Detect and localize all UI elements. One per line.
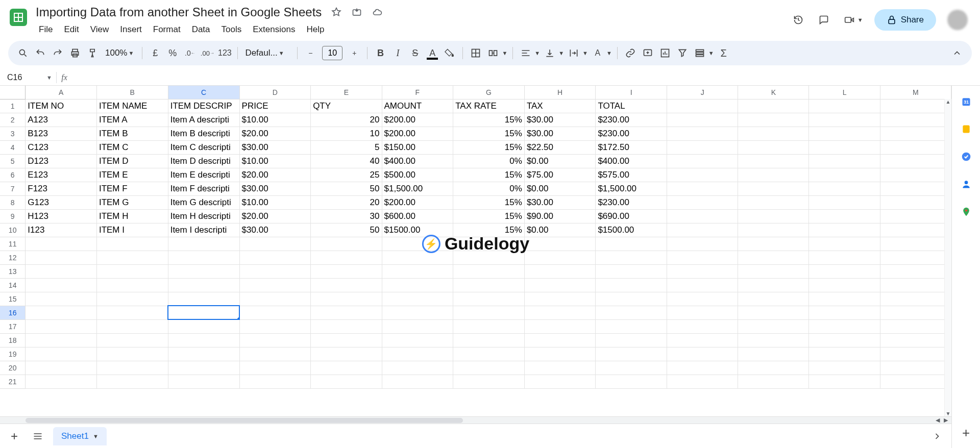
cell-L10[interactable]: [809, 223, 880, 237]
cell-C20[interactable]: [168, 361, 239, 375]
cell-E20[interactable]: [311, 361, 382, 375]
cell-I7[interactable]: $1,500.00: [596, 182, 667, 195]
menu-insert[interactable]: Insert: [115, 22, 147, 37]
col-header-B[interactable]: B: [96, 86, 168, 99]
cell-H1[interactable]: TAX: [524, 99, 596, 113]
tasks-icon[interactable]: [960, 150, 973, 163]
add-sheet-button[interactable]: +: [6, 428, 22, 444]
cell-A14[interactable]: [26, 278, 97, 292]
cell-K11[interactable]: [738, 237, 809, 251]
cell-B21[interactable]: [96, 375, 168, 388]
horizontal-align-button[interactable]: ▼: [518, 45, 540, 61]
borders-button[interactable]: [468, 45, 483, 61]
cell-H8[interactable]: $30.00: [524, 195, 596, 209]
cell-I3[interactable]: $230.00: [596, 127, 667, 140]
cell-H21[interactable]: [524, 375, 596, 388]
cell-M10[interactable]: [880, 223, 951, 237]
cell-L7[interactable]: [809, 182, 880, 195]
cell-B19[interactable]: [96, 347, 168, 361]
cell-G21[interactable]: [453, 375, 525, 388]
cell-C10[interactable]: Item I descripti: [168, 223, 239, 237]
cell-F14[interactable]: [382, 278, 453, 292]
bold-button[interactable]: B: [373, 45, 388, 61]
col-header-F[interactable]: F: [382, 86, 453, 99]
increase-decimal-button[interactable]: .00→: [200, 45, 215, 61]
cell-H16[interactable]: [524, 306, 596, 319]
cell-J7[interactable]: [667, 182, 738, 195]
menu-view[interactable]: View: [85, 22, 114, 37]
cell-L4[interactable]: [809, 140, 880, 154]
cell-G11[interactable]: [453, 237, 525, 251]
cell-C14[interactable]: [168, 278, 239, 292]
cell-L20[interactable]: [809, 361, 880, 375]
cell-I4[interactable]: $172.50: [596, 140, 667, 154]
history-icon[interactable]: [791, 13, 805, 27]
cell-M17[interactable]: [880, 319, 951, 333]
cell-L14[interactable]: [809, 278, 880, 292]
text-rotation-button[interactable]: A▼: [590, 45, 612, 61]
cell-D5[interactable]: $10.00: [239, 154, 311, 168]
cell-A18[interactable]: [26, 333, 97, 347]
row-header-14[interactable]: 14: [0, 278, 26, 292]
cell-J8[interactable]: [667, 195, 738, 209]
cell-A4[interactable]: C123: [26, 140, 97, 154]
cell-M18[interactable]: [880, 333, 951, 347]
cell-I2[interactable]: $230.00: [596, 113, 667, 127]
cell-I11[interactable]: [596, 237, 667, 251]
cell-E7[interactable]: 50: [311, 182, 382, 195]
cell-I9[interactable]: $690.00: [596, 209, 667, 223]
cell-K17[interactable]: [738, 319, 809, 333]
meet-dropdown-icon[interactable]: ▼: [857, 17, 863, 23]
row-header-5[interactable]: 5: [0, 154, 26, 168]
row-header-2[interactable]: 2: [0, 113, 26, 127]
cell-D9[interactable]: $20.00: [239, 209, 311, 223]
cell-F16[interactable]: [382, 306, 453, 319]
cell-K7[interactable]: [738, 182, 809, 195]
cell-J12[interactable]: [667, 251, 738, 264]
cell-E6[interactable]: 25: [311, 168, 382, 182]
cell-K10[interactable]: [738, 223, 809, 237]
col-header-A[interactable]: A: [26, 86, 97, 99]
cell-H18[interactable]: [524, 333, 596, 347]
cell-M5[interactable]: [880, 154, 951, 168]
col-header-D[interactable]: D: [239, 86, 311, 99]
cell-E14[interactable]: [311, 278, 382, 292]
horizontal-scrollbar[interactable]: ◀▶: [0, 416, 951, 424]
cell-H7[interactable]: $0.00: [524, 182, 596, 195]
cell-F5[interactable]: $400.00: [382, 154, 453, 168]
cell-A3[interactable]: B123: [26, 127, 97, 140]
cell-M1[interactable]: [880, 99, 951, 113]
cell-K18[interactable]: [738, 333, 809, 347]
star-icon[interactable]: [331, 7, 342, 18]
row-header-13[interactable]: 13: [0, 264, 26, 278]
cell-B9[interactable]: ITEM H: [96, 209, 168, 223]
cell-J6[interactable]: [667, 168, 738, 182]
row-header-8[interactable]: 8: [0, 195, 26, 209]
cell-L1[interactable]: [809, 99, 880, 113]
cell-J4[interactable]: [667, 140, 738, 154]
cell-C11[interactable]: [168, 237, 239, 251]
cell-I21[interactable]: [596, 375, 667, 388]
cell-F13[interactable]: [382, 264, 453, 278]
cell-K16[interactable]: [738, 306, 809, 319]
cell-H3[interactable]: $30.00: [524, 127, 596, 140]
search-menus-icon[interactable]: [15, 45, 31, 61]
cell-G15[interactable]: [453, 292, 525, 306]
insert-comment-button[interactable]: [640, 45, 655, 61]
merge-cells-button[interactable]: ▼: [485, 45, 507, 61]
cell-E1[interactable]: QTY: [311, 99, 382, 113]
paint-format-icon[interactable]: [85, 45, 100, 61]
zoom-dropdown[interactable]: 100%▼: [102, 48, 137, 58]
cell-A17[interactable]: [26, 319, 97, 333]
cell-H19[interactable]: [524, 347, 596, 361]
cell-D3[interactable]: $20.00: [239, 127, 311, 140]
cell-E16[interactable]: [311, 306, 382, 319]
cell-J11[interactable]: [667, 237, 738, 251]
cell-I16[interactable]: [596, 306, 667, 319]
sheets-logo[interactable]: [8, 7, 29, 28]
row-header-18[interactable]: 18: [0, 333, 26, 347]
menu-tools[interactable]: Tools: [216, 22, 247, 37]
row-header-9[interactable]: 9: [0, 209, 26, 223]
cell-B3[interactable]: ITEM B: [96, 127, 168, 140]
cell-B15[interactable]: [96, 292, 168, 306]
